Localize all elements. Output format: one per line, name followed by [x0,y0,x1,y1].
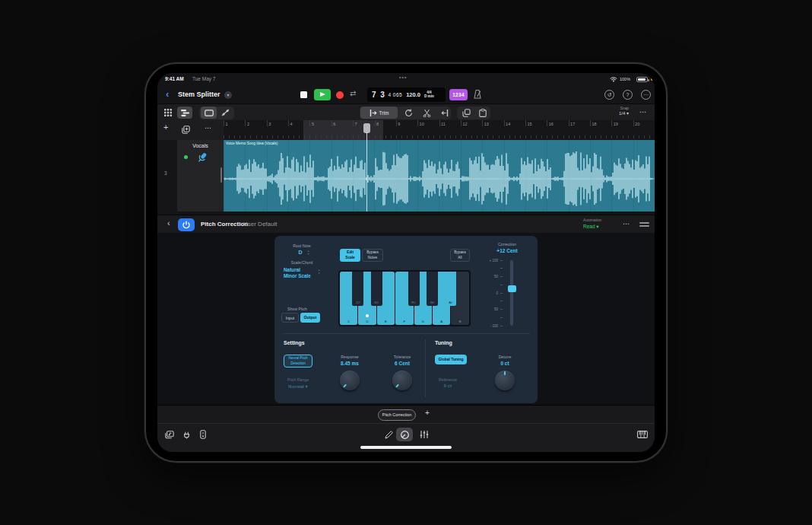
add-track-button[interactable]: + [163,123,168,132]
key-C-sharp[interactable]: C# [352,272,363,306]
correction-value[interactable]: +12 Cent [484,248,530,253]
project-title-chevron-icon[interactable]: ▾ [224,91,232,99]
scale-value-line1[interactable]: Natural [284,267,317,272]
scale-stepper[interactable]: ▲▼ [317,269,321,275]
correction-slider-track[interactable] [510,260,513,326]
more-button[interactable]: ⋯ [641,90,651,100]
plugin-preset[interactable]: User Default [243,221,277,228]
reference-value[interactable]: 0 ct [429,383,467,388]
playhead[interactable] [363,123,370,212]
plugins-button[interactable] [179,428,194,441]
tracks-view-button[interactable] [177,107,192,119]
lcd-display[interactable]: 7 3 4 065 120.0 4/4 D min [367,88,446,102]
tolerance-knob[interactable] [392,371,412,390]
marquee-tool-button[interactable] [201,107,217,119]
undo-button[interactable]: ↺ [604,90,614,100]
plugin-controls-button[interactable] [396,428,413,441]
count-in-badge[interactable]: 1234 [449,89,468,100]
stop-button[interactable] [299,90,309,100]
track-more-icon[interactable]: ⋯ [205,124,212,132]
plugin-back-chevron-icon[interactable]: ‹ [167,218,170,228]
multitask-dots-icon[interactable]: ••• [399,75,407,80]
track-name: Vocals [177,143,224,148]
join-function-icon[interactable] [437,107,452,119]
ruler-bar-number: 16 [549,122,553,126]
key-F-sharp[interactable]: F# [408,272,420,306]
scale-value-line2[interactable]: Minor Scale [284,273,317,278]
automation-mode[interactable]: Read ▾ [583,224,599,230]
ruler-beat-tick [628,135,629,138]
automation-tool-button[interactable] [217,107,233,119]
ruler-beat-tick [563,135,564,138]
level-meter-button[interactable] [195,428,211,441]
ruler-beat-tick [531,135,531,138]
copy-icon[interactable] [458,107,474,119]
piano-keyboard-button[interactable] [635,428,650,441]
key-D-sharp[interactable]: D# [371,272,382,306]
ruler-beat-tick [288,135,289,138]
response-knob[interactable] [340,371,360,390]
record-enable-dot[interactable] [184,155,188,159]
response-value[interactable]: 8.45 ms [331,361,369,366]
toolbar-more-icon[interactable]: ⋯ [639,108,647,116]
lcd-key: D min [424,94,434,98]
root-note-value[interactable]: D [281,250,320,255]
correction-slider-handle[interactable] [508,285,516,292]
bar-ruler[interactable]: 1234567891011121314151617181920 [224,120,655,140]
microphone-icon [195,151,209,164]
paste-icon[interactable] [475,107,490,119]
root-note-dot [366,314,369,317]
tab-pitch-correction[interactable]: Pitch Correction [378,409,416,421]
tolerance-value[interactable]: 6 Cent [383,361,421,366]
loop-function-icon[interactable] [401,107,416,119]
browser-button[interactable] [162,428,177,441]
plugin-power-button[interactable] [178,218,195,231]
key-A-sharp[interactable]: A# [445,272,456,306]
play-button[interactable] [314,89,331,100]
help-button[interactable]: ? [623,90,633,100]
pencil-edit-button[interactable] [382,428,395,441]
show-pitch-input-button[interactable]: Input [281,313,299,323]
plugin-name: Pitch Correction [201,221,248,228]
home-indicator[interactable] [360,446,452,449]
ruler-bar-gridline [288,120,289,126]
plugin-more-icon[interactable]: ⋯ [623,220,630,228]
key-label: G [414,320,432,323]
root-note-stepper[interactable]: ▲▼ [306,250,310,256]
mixer-faders-button[interactable] [417,428,431,441]
ruler-beat-tick [499,135,500,138]
scale-chord-label: Scale/Chord [281,260,323,265]
project-title[interactable]: Stem Splitter [178,91,220,98]
duplicate-track-icon[interactable] [179,123,192,135]
snap-control[interactable]: Snap 1/4 ▾ [606,107,629,116]
trim-button[interactable]: Trim [360,107,398,119]
bypass-all-button[interactable]: BypassAll [450,249,470,262]
ruler-bar-number: 6 [333,122,335,126]
global-tuning-button[interactable]: Global Tuning [435,355,467,364]
bypass-notes-button[interactable]: BypassNotes [362,249,383,262]
cycle-icon[interactable]: ⇄ [350,89,356,97]
correction-scale-label: + 100 [478,259,498,262]
show-pitch-output-button[interactable]: Output [300,313,320,323]
neural-pitch-detection-button[interactable]: Neural PitchDetection [284,355,312,368]
ruler-beat-tick [482,135,483,138]
ruler-beat-tick [617,135,617,138]
audio-region[interactable]: Voice Memo Song Idea (Vocals) [224,140,655,212]
back-chevron-icon[interactable]: ‹ [166,88,169,100]
keypad-grid-button[interactable] [161,107,175,119]
plugin-header: ‹ Pitch Correction User Default Automati… [157,215,655,233]
add-plugin-button[interactable]: + [425,409,430,417]
detune-value[interactable]: 0 ct [486,361,524,366]
key-G-sharp[interactable]: G# [427,272,438,306]
record-button[interactable] [336,91,344,99]
ruler-beat-tick [262,135,262,138]
detune-knob[interactable] [495,371,515,390]
ruler-beat-tick [579,135,580,138]
split-scissors-icon[interactable] [419,107,434,119]
ruler-beat-tick [487,135,488,138]
metronome-icon[interactable] [472,89,483,100]
edit-scale-button[interactable]: EditScale [340,249,360,262]
track-header[interactable]: Vocals [177,140,224,212]
pitch-range-value[interactable]: Normal ▾ [279,383,317,389]
plugin-drag-handle[interactable] [639,222,649,228]
